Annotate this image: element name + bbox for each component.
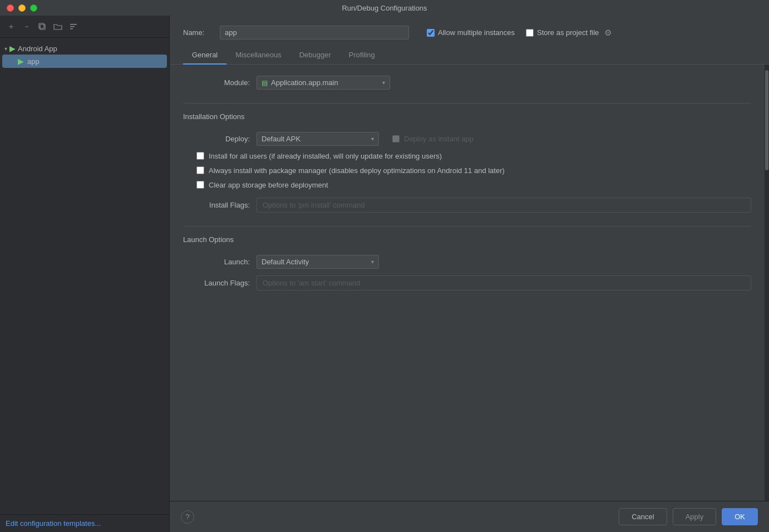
deploy-row: Deploy: Default APK ▾ Deploy as instant … — [183, 132, 751, 146]
tabs-bar: General Miscellaneous Debugger Profiling — [170, 46, 769, 65]
title-bar: Run/Debug Configurations — [0, 0, 769, 16]
install-flags-label: Install Flags: — [183, 201, 250, 209]
store-project-checkbox[interactable] — [526, 29, 534, 37]
sidebar-footer: Edit configuration templates... — [0, 514, 169, 532]
divider-2 — [183, 226, 751, 226]
sidebar-item-app-label: app — [27, 57, 40, 66]
content-area: Name: Allow multiple instances Store as … — [170, 16, 769, 532]
close-button[interactable] — [7, 4, 14, 12]
folder-config-button[interactable] — [52, 21, 63, 32]
sidebar-toolbar: ＋ － — [0, 16, 169, 38]
install-option-2-checkbox[interactable] — [196, 166, 204, 174]
launch-flags-row: Launch Flags: — [183, 275, 751, 290]
launch-value: Default Activity — [262, 258, 309, 266]
install-option-2-label: Always install with package manager (dis… — [209, 166, 505, 176]
svg-rect-1 — [39, 23, 44, 28]
launch-dropdown-arrow: ▾ — [371, 259, 374, 265]
ok-button[interactable]: OK — [722, 508, 758, 525]
sort-config-button[interactable] — [68, 21, 79, 32]
main-layout: ＋ － ▾ ▶ Android App ▶ app — [0, 16, 769, 532]
module-dropdown-arrow: ▾ — [382, 80, 385, 86]
svg-rect-2 — [70, 24, 77, 25]
content-main: Module: ▤ Application.app.main ▾ Install… — [170, 65, 765, 501]
install-option-1: Install for all users (if already instal… — [183, 151, 751, 161]
deploy-value: Default APK — [262, 135, 300, 143]
svg-rect-3 — [70, 26, 75, 27]
install-option-3: Clear app storage before deployment — [183, 180, 751, 190]
store-project-checkbox-item: Store as project file ⚙ — [526, 28, 612, 38]
module-dropdown[interactable]: ▤ Application.app.main ▾ — [257, 76, 390, 90]
apply-button[interactable]: Apply — [673, 508, 717, 525]
launch-flags-label: Launch Flags: — [183, 279, 250, 287]
launch-flags-input[interactable] — [257, 275, 751, 290]
install-option-3-checkbox[interactable] — [196, 181, 204, 189]
tab-general[interactable]: General — [183, 46, 226, 65]
installation-section: Installation Options Deploy: Default APK… — [183, 112, 751, 213]
module-icon: ▤ — [262, 79, 268, 87]
install-option-3-label: Clear app storage before deployment — [209, 180, 328, 190]
install-flags-input[interactable] — [257, 198, 751, 213]
module-label: Module: — [183, 78, 250, 87]
module-row: Module: ▤ Application.app.main ▾ — [183, 76, 751, 90]
gear-icon[interactable]: ⚙ — [604, 28, 612, 38]
name-label: Name: — [183, 28, 211, 37]
install-flags-row: Install Flags: — [183, 198, 751, 213]
deploy-dropdown[interactable]: Default APK ▾ — [257, 132, 379, 146]
divider-1 — [183, 103, 751, 104]
window-title: Run/Debug Configurations — [342, 4, 427, 12]
deploy-dropdown-arrow: ▾ — [371, 136, 374, 142]
tab-miscellaneous[interactable]: Miscellaneous — [226, 46, 290, 65]
launch-dropdown[interactable]: Default Activity ▾ — [257, 255, 379, 269]
content-scrollable: Module: ▤ Application.app.main ▾ Install… — [170, 65, 769, 501]
deploy-label: Deploy: — [183, 135, 250, 143]
minimize-button[interactable] — [18, 4, 26, 12]
tab-debugger[interactable]: Debugger — [290, 46, 340, 65]
cancel-button[interactable]: Cancel — [619, 508, 667, 525]
maximize-button[interactable] — [30, 4, 37, 12]
install-option-1-checkbox[interactable] — [196, 152, 204, 160]
installation-title: Installation Options — [183, 112, 751, 124]
scrollbar-thumb[interactable] — [765, 70, 768, 170]
header-checkboxes: Allow multiple instances Store as projec… — [427, 28, 612, 38]
remove-config-button[interactable]: － — [21, 21, 32, 32]
app-android-icon: ▶ — [18, 57, 24, 66]
content-header: Name: Allow multiple instances Store as … — [170, 16, 769, 46]
launch-label: Launch: — [183, 258, 250, 266]
deploy-instant-checkbox[interactable] — [392, 135, 400, 142]
scrollbar-track — [765, 65, 769, 501]
deploy-instant-label: Deploy as instant app — [404, 135, 474, 143]
module-section: Module: ▤ Application.app.main ▾ — [183, 76, 751, 90]
allow-multiple-label: Allow multiple instances — [438, 28, 515, 37]
sidebar-item-app[interactable]: ▶ app — [2, 55, 167, 68]
edit-templates-link[interactable]: Edit configuration templates... — [6, 519, 101, 528]
bottom-buttons: Cancel Apply OK — [619, 508, 758, 525]
android-app-group: ▾ ▶ Android App ▶ app — [0, 40, 169, 70]
svg-rect-4 — [70, 28, 73, 29]
allow-multiple-checkbox-item: Allow multiple instances — [427, 28, 515, 37]
allow-multiple-checkbox[interactable] — [427, 29, 435, 37]
sidebar-content: ▾ ▶ Android App ▶ app — [0, 38, 169, 514]
tab-profiling[interactable]: Profiling — [340, 46, 384, 65]
chevron-down-icon: ▾ — [4, 46, 7, 52]
module-value: Application.app.main — [271, 78, 338, 87]
deploy-instant-container: Deploy as instant app — [392, 135, 474, 143]
help-button[interactable]: ? — [181, 510, 194, 524]
name-input[interactable] — [220, 26, 409, 40]
install-option-1-label: Install for all users (if already instal… — [209, 151, 442, 161]
android-app-group-label: Android App — [18, 45, 57, 53]
svg-rect-0 — [40, 24, 45, 29]
launch-section: Launch Options Launch: Default Activity … — [183, 235, 751, 290]
add-config-button[interactable]: ＋ — [6, 21, 17, 32]
bottom-bar: ? Cancel Apply OK — [170, 501, 769, 532]
launch-options-title: Launch Options — [183, 235, 751, 247]
android-icon: ▶ — [9, 44, 16, 53]
sidebar: ＋ － ▾ ▶ Android App ▶ app — [0, 16, 170, 532]
copy-config-button[interactable] — [37, 21, 48, 32]
launch-flags-wrap — [257, 275, 751, 290]
store-project-label: Store as project file — [537, 28, 599, 37]
launch-row: Launch: Default Activity ▾ — [183, 255, 751, 269]
traffic-lights[interactable] — [7, 4, 37, 12]
install-flags-wrap — [257, 198, 751, 213]
android-app-group-header[interactable]: ▾ ▶ Android App — [0, 42, 169, 55]
install-option-2: Always install with package manager (dis… — [183, 166, 751, 176]
